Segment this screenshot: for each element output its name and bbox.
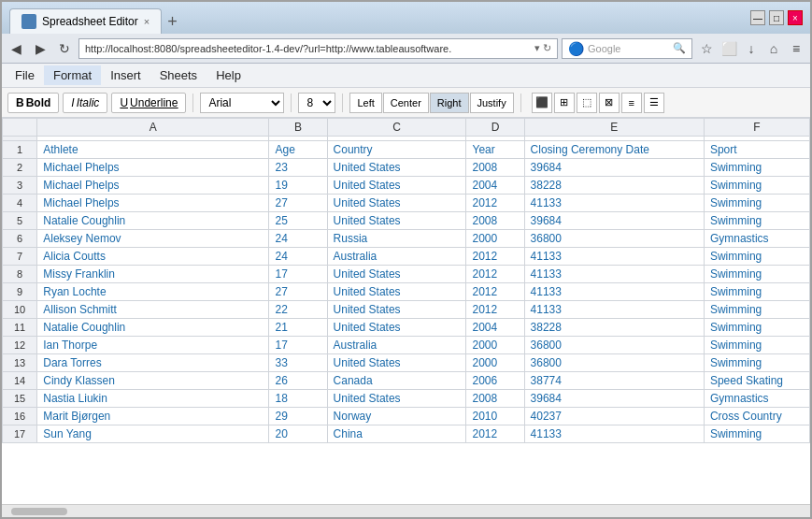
cell-f[interactable]: Speed Skating — [704, 372, 809, 390]
toolbar-icon-2[interactable]: ⊞ — [554, 93, 575, 113]
cell-b[interactable]: 24 — [269, 230, 327, 248]
cell-d[interactable]: 2012 — [466, 301, 524, 319]
table-row[interactable]: 8Missy Franklin17United States201241133S… — [3, 266, 810, 283]
cell-c[interactable]: United States — [327, 212, 466, 230]
underline-btn[interactable]: U Underline — [111, 93, 186, 113]
cell-b[interactable]: Age — [269, 141, 327, 159]
cell-f[interactable]: Swimming — [704, 159, 809, 177]
cell-b[interactable]: 27 — [269, 195, 327, 212]
menu-insert[interactable]: Insert — [101, 65, 150, 85]
cell-f[interactable]: Swimming — [704, 177, 809, 195]
cell-f[interactable]: Swimming — [704, 301, 809, 319]
cell-e[interactable]: 41133 — [524, 301, 704, 319]
table-row[interactable]: 16Marit Bjørgen29Norway201040237Cross Co… — [3, 408, 810, 425]
cell-c[interactable]: United States — [327, 354, 466, 372]
table-row[interactable]: 17Sun Yang20China201241133Swimming — [3, 425, 810, 443]
cell-e[interactable]: 38774 — [524, 372, 704, 390]
back-btn[interactable]: ◀ — [6, 38, 26, 59]
cell-c[interactable]: Russia — [327, 230, 466, 248]
maximize-btn[interactable]: □ — [769, 10, 784, 25]
address-dropdown-icon[interactable]: ▾ — [534, 42, 540, 54]
cell-a[interactable]: Sun Yang — [37, 425, 269, 443]
forward-btn[interactable]: ▶ — [30, 38, 50, 59]
col-header-b[interactable]: B — [269, 119, 327, 137]
cell-e[interactable]: 41133 — [524, 266, 704, 283]
cell-b[interactable]: 23 — [269, 159, 327, 177]
cell-f[interactable]: Sport — [704, 141, 809, 159]
cell-e[interactable]: 41133 — [524, 248, 704, 266]
cell-c[interactable]: Norway — [327, 408, 466, 425]
align-center-btn[interactable]: Center — [383, 93, 429, 113]
cell-c[interactable]: United States — [327, 283, 466, 301]
table-row[interactable]: 6Aleksey Nemov24Russia200036800Gymnastic… — [3, 230, 810, 248]
toolbar-icon-5[interactable]: ≡ — [621, 93, 642, 113]
cell-d[interactable]: 2010 — [466, 408, 524, 425]
cell-c[interactable]: United States — [327, 266, 466, 283]
cell-b[interactable]: 26 — [269, 372, 327, 390]
cell-f[interactable]: Swimming — [704, 319, 809, 337]
table-row[interactable]: 13Dara Torres33United States200036800Swi… — [3, 354, 810, 372]
cell-d[interactable]: 2012 — [466, 283, 524, 301]
scrollbar-thumb[interactable] — [11, 508, 67, 515]
cell-b[interactable]: 27 — [269, 283, 327, 301]
cell-a[interactable]: Alicia Coutts — [37, 248, 269, 266]
menu-file[interactable]: File — [6, 65, 44, 85]
cell-d[interactable]: 2000 — [466, 230, 524, 248]
cell-d[interactable]: 2008 — [466, 212, 524, 230]
cell-b[interactable]: 29 — [269, 408, 327, 425]
cell-a[interactable]: Natalie Coughlin — [37, 212, 269, 230]
browser-menu-btn[interactable]: ≡ — [786, 38, 806, 59]
cell-b[interactable]: 19 — [269, 177, 327, 195]
menu-help[interactable]: Help — [207, 65, 250, 85]
cell-b[interactable]: 22 — [269, 301, 327, 319]
cell-c[interactable]: United States — [327, 301, 466, 319]
cell-e[interactable]: 36800 — [524, 354, 704, 372]
cell-d[interactable]: 2012 — [466, 248, 524, 266]
menu-sheets[interactable]: Sheets — [150, 65, 207, 85]
cell-b[interactable]: 20 — [269, 425, 327, 443]
cell-d[interactable]: 2012 — [466, 425, 524, 443]
address-bar[interactable]: http://localhost:8080/spreadsheeteditor-… — [78, 38, 558, 59]
toolbar-icon-3[interactable]: ⬚ — [577, 93, 597, 113]
cell-e[interactable]: 38228 — [524, 319, 704, 337]
cell-a[interactable]: Michael Phelps — [37, 195, 269, 212]
cell-b[interactable]: 18 — [269, 390, 327, 408]
cell-e[interactable]: 41133 — [524, 195, 704, 212]
cell-d[interactable]: Year — [466, 141, 524, 159]
cell-d[interactable]: 2012 — [466, 266, 524, 283]
search-bar[interactable]: 🔵 Google 🔍 — [562, 38, 692, 59]
align-left-btn[interactable]: Left — [349, 93, 381, 113]
col-header-d[interactable]: D — [466, 119, 524, 137]
toolbar-icon-1[interactable]: ⬛ — [532, 93, 552, 113]
menu-format[interactable]: Format — [44, 65, 101, 85]
cell-b[interactable]: 25 — [269, 212, 327, 230]
home-btn[interactable]: ⌂ — [763, 38, 784, 59]
cell-a[interactable]: Natalie Coughlin — [37, 319, 269, 337]
col-header-c[interactable]: C — [327, 119, 466, 137]
cell-a[interactable]: Marit Bjørgen — [37, 408, 269, 425]
col-header-e[interactable]: E — [524, 119, 704, 137]
cell-d[interactable]: 2008 — [466, 390, 524, 408]
cell-a[interactable]: Athlete — [37, 141, 269, 159]
cell-e[interactable]: 40237 — [524, 408, 704, 425]
cell-b[interactable]: 24 — [269, 248, 327, 266]
minimize-btn[interactable]: — — [750, 10, 765, 25]
cell-e[interactable]: 39684 — [524, 212, 704, 230]
cell-a[interactable]: Michael Phelps — [37, 159, 269, 177]
cell-f[interactable]: Swimming — [704, 195, 809, 212]
table-row[interactable]: 10Allison Schmitt22United States20124113… — [3, 301, 810, 319]
cell-f[interactable]: Swimming — [704, 212, 809, 230]
cell-a[interactable]: Allison Schmitt — [37, 301, 269, 319]
horizontal-scrollbar[interactable] — [2, 504, 810, 517]
cell-f[interactable]: Gymnastics — [704, 230, 809, 248]
cell-b[interactable]: 33 — [269, 354, 327, 372]
cell-e[interactable]: 41133 — [524, 425, 704, 443]
cell-e[interactable]: 39684 — [524, 159, 704, 177]
download-btn[interactable]: ↓ — [741, 38, 762, 59]
toolbar-icon-6[interactable]: ☰ — [644, 93, 664, 113]
cell-a[interactable]: Aleksey Nemov — [37, 230, 269, 248]
cell-e[interactable]: 38228 — [524, 177, 704, 195]
align-right-btn[interactable]: Right — [430, 93, 469, 113]
new-tab-btn[interactable]: + — [164, 12, 181, 32]
cell-f[interactable]: Cross Country — [704, 408, 809, 425]
